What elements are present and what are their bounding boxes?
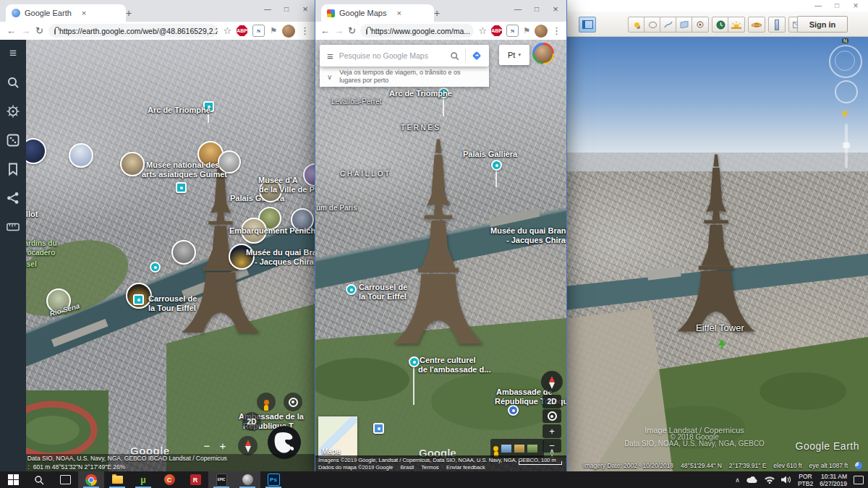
- n-extension-icon[interactable]: N: [252, 25, 265, 37]
- earth-web-canvas[interactable]: Arc de Triomphe Musée national des arts …: [0, 40, 316, 471]
- taskbar-search-button[interactable]: [26, 471, 52, 488]
- maximize-button[interactable]: □: [277, 1, 296, 16]
- volume-icon[interactable]: [781, 476, 791, 484]
- profile-avatar[interactable]: [282, 25, 295, 38]
- place-label[interactable]: Musée du quai Branly: [490, 226, 566, 235]
- lodging-pin[interactable]: [373, 423, 384, 434]
- ruler-tool-button[interactable]: [768, 17, 786, 33]
- place-label[interactable]: la Tour Eiffel: [359, 292, 407, 301]
- browser-menu-icon[interactable]: ⋮: [300, 26, 310, 35]
- 2d-button[interactable]: 2D: [542, 395, 561, 408]
- polygon-tool-button[interactable]: [644, 17, 661, 33]
- measure-ruler-icon[interactable]: [7, 221, 20, 234]
- tab-google-maps[interactable]: Google Maps ×: [321, 4, 434, 22]
- taskbar-photoshop[interactable]: Ps: [260, 471, 286, 488]
- photo-marker[interactable]: [171, 240, 196, 265]
- map-pin[interactable]: [346, 284, 357, 295]
- path-tool-button[interactable]: [660, 17, 677, 33]
- place-label[interactable]: Musée du quai Branly: [246, 248, 316, 257]
- taskbar-utorrent[interactable]: µ: [130, 471, 156, 488]
- start-button[interactable]: [0, 471, 26, 488]
- camera-pin[interactable]: [176, 182, 187, 193]
- place-label[interactable]: arts asiatiques Guimet: [142, 170, 227, 179]
- tab-google-earth[interactable]: Google Earth ×: [6, 4, 126, 22]
- zoom-out-button[interactable]: −: [200, 438, 214, 453]
- tree-placemark-icon[interactable]: [718, 339, 726, 349]
- sidebar-toggle-button[interactable]: [579, 17, 596, 33]
- address-bar[interactable]: https://earth.google.com/web/@48.8616529…: [48, 24, 218, 38]
- taskbar-epic-games[interactable]: EPIC: [208, 471, 234, 488]
- place-label[interactable]: Carrousel de: [359, 283, 407, 291]
- new-tab-button[interactable]: +: [430, 6, 444, 20]
- reload-icon[interactable]: ↻: [35, 26, 43, 35]
- planets-button[interactable]: [748, 17, 765, 33]
- image-overlay-button[interactable]: [676, 17, 693, 33]
- voyager-wheel-icon[interactable]: [7, 105, 20, 118]
- placemark-tool-button[interactable]: [628, 17, 645, 33]
- map-data-link[interactable]: Dados do mapa ©2019 Google: [318, 464, 393, 471]
- move-joystick[interactable]: [835, 80, 858, 103]
- browser-menu-icon[interactable]: ⋮: [552, 26, 561, 35]
- compass-button[interactable]: [541, 371, 563, 393]
- task-view-button[interactable]: [52, 471, 78, 488]
- place-label[interactable]: Palais Galliera: [463, 150, 517, 158]
- idea-pin[interactable]: [150, 262, 161, 273]
- n-extension-icon[interactable]: N: [506, 25, 519, 37]
- address-bar[interactable]: https://www.google.com/ma...: [360, 24, 475, 38]
- search-input[interactable]: Pesquise no Google Maps: [339, 51, 444, 60]
- place-label[interactable]: Eiffel Tower: [696, 322, 744, 333]
- directions-icon[interactable]: [472, 51, 482, 61]
- chevron-down-icon[interactable]: ∨: [327, 73, 332, 81]
- bookmark-star-icon[interactable]: ☆: [223, 26, 231, 35]
- flag-extension-icon[interactable]: ⚑: [523, 26, 530, 35]
- record-tour-button[interactable]: [692, 17, 709, 33]
- taskbar-radeon[interactable]: R: [182, 471, 208, 488]
- historical-imagery-button[interactable]: [712, 17, 729, 33]
- suggestion-card[interactable]: ∨ Veja os tempos de viagem, o trânsito e…: [320, 67, 489, 87]
- maximize-button[interactable]: □: [527, 1, 546, 16]
- reload-icon[interactable]: ↻: [348, 26, 356, 35]
- close-button[interactable]: ×: [546, 1, 565, 16]
- search-icon[interactable]: [450, 51, 459, 61]
- forward-icon[interactable]: →: [334, 26, 344, 35]
- sign-in-button[interactable]: Sign in: [797, 16, 848, 33]
- account-avatar[interactable]: [532, 43, 554, 64]
- language-indicator[interactable]: POR PTB2: [798, 473, 813, 487]
- taskbar-chrome[interactable]: [78, 471, 104, 488]
- place-label[interactable]: Musée national des: [146, 160, 219, 169]
- photo-marker[interactable]: [69, 143, 93, 168]
- place-label[interactable]: Levallois-Perret: [331, 98, 381, 106]
- back-icon[interactable]: ←: [7, 26, 16, 35]
- country-link[interactable]: Brasil: [401, 464, 414, 471]
- zoom-in-button[interactable]: +: [542, 424, 561, 438]
- place-label[interactable]: Embarquement Péniche: [229, 226, 316, 235]
- place-label[interactable]: la Tour Eiffel: [148, 304, 196, 312]
- my-location-button[interactable]: [284, 393, 302, 411]
- feeling-lucky-dice-icon[interactable]: [7, 134, 20, 147]
- my-location-button[interactable]: [542, 409, 561, 423]
- close-button[interactable]: ×: [296, 1, 315, 16]
- search-icon[interactable]: [7, 76, 20, 89]
- place-label[interactable]: - Jacques Chirac: [506, 236, 566, 244]
- search-card[interactable]: ≡ Pesquise no Google Maps: [320, 45, 489, 67]
- zoom-slider[interactable]: [845, 124, 848, 168]
- back-icon[interactable]: ←: [320, 26, 330, 35]
- feedback-link[interactable]: Enviar feedback: [446, 464, 485, 471]
- place-label[interactable]: um de Paris: [316, 204, 357, 212]
- pegman-button[interactable]: [257, 393, 276, 411]
- menu-icon[interactable]: ≡: [7, 47, 20, 60]
- menu-icon[interactable]: ≡: [327, 50, 333, 62]
- imagery-thumb[interactable]: [514, 445, 524, 453]
- 2d-button[interactable]: 2D: [242, 412, 261, 431]
- minimap[interactable]: Mapa: [318, 416, 357, 458]
- place-label[interactable]: Arc de Triomphe: [148, 106, 210, 114]
- tab-close-icon[interactable]: ×: [82, 9, 86, 17]
- place-label[interactable]: Carrousel de: [148, 294, 197, 303]
- pegman-icon[interactable]: [493, 446, 498, 451]
- photo-marker[interactable]: [120, 152, 145, 176]
- imagery-thumb[interactable]: [527, 445, 537, 453]
- adblock-extension-icon[interactable]: ABP: [237, 25, 247, 36]
- taskbar-google-earth[interactable]: [234, 471, 260, 488]
- new-tab-button[interactable]: +: [122, 6, 136, 20]
- projects-bookmark-icon[interactable]: [7, 163, 20, 176]
